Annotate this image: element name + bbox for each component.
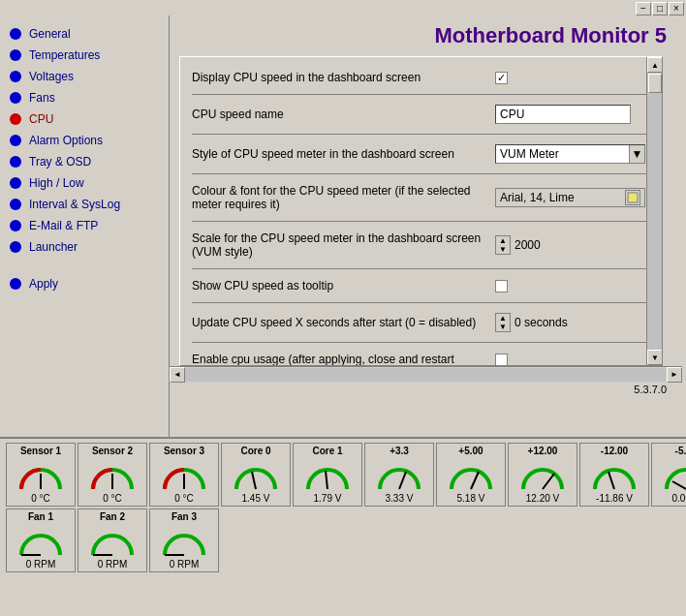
setting-row-scale: Scale for the CPU speed meter in the das… [192, 226, 650, 264]
sidebar-item-launcher[interactable]: Launcher [0, 236, 169, 258]
setting-row-enable-cpu-usage: Enable cpu usage (after applying, close … [192, 347, 650, 366]
sidebar-dot-interval-syslog [10, 199, 21, 210]
checkmark-display-cpu-speed: ✓ [497, 72, 506, 84]
fan-1-label: Fan 1 [28, 511, 53, 522]
sidebar-dot-fans [10, 92, 21, 104]
sidebar-item-voltages[interactable]: Voltages [0, 66, 169, 87]
setting-control-scale: ▲ ▼ 2000 [495, 235, 650, 255]
colour-picker-icon [627, 192, 639, 203]
voltage-neg12-label: -12.00 [601, 446, 628, 456]
spinner-update-delay-down[interactable]: ▼ [496, 323, 510, 331]
scroll-thumb-v[interactable] [648, 74, 662, 93]
title-bar: − □ × [0, 0, 686, 15]
apply-button[interactable]: Apply [0, 273, 169, 294]
setting-control-colour-font: Arial, 14, Lime [495, 188, 650, 207]
sensor-cell-1: Sensor 1 0 °C [6, 443, 76, 507]
sensor-2-temp: 0 °C [103, 493, 122, 504]
sidebar: General Temperatures Voltages Fans CPU A… [0, 15, 170, 437]
checkbox-show-tooltip[interactable] [495, 280, 508, 293]
sidebar-item-general[interactable]: General [0, 23, 169, 45]
sidebar-dot-apply [10, 278, 21, 290]
spinner-scale-up[interactable]: ▲ [496, 236, 510, 245]
divider-1 [192, 94, 650, 95]
sensor-2-gauge [85, 456, 140, 493]
setting-control-display-cpu-speed: ✓ [495, 72, 650, 84]
voltage-core0-label: Core 0 [240, 446, 270, 456]
fan-2-label: Fan 2 [100, 511, 125, 522]
sidebar-item-interval-syslog[interactable]: Interval & SysLog [0, 194, 169, 215]
sidebar-label-high-low: High / Low [29, 176, 84, 190]
scroll-left-button[interactable]: ◄ [170, 367, 185, 383]
scroll-down-button[interactable]: ▼ [647, 350, 663, 365]
sensor-1-label: Sensor 1 [20, 446, 61, 456]
voltage-12-label: +12.00 [528, 446, 558, 456]
sidebar-item-tray-osd[interactable]: Tray & OSD [0, 151, 169, 172]
dropdown-style-meter[interactable]: VUM Meter ▼ [495, 144, 645, 164]
setting-row-style-meter: Style of CPU speed meter in the dashboar… [192, 139, 650, 169]
sidebar-label-email-ftp: E-Mail & FTP [29, 219, 98, 232]
colour-font-control: Arial, 14, Lime [495, 188, 645, 207]
spinner-scale-btns: ▲ ▼ [495, 235, 511, 255]
checkbox-enable-cpu-usage[interactable] [495, 354, 508, 366]
scroll-track-h [185, 368, 667, 382]
setting-control-show-tooltip [495, 280, 650, 293]
sidebar-item-temperatures[interactable]: Temperatures [0, 45, 169, 66]
fan-2-gauge [85, 522, 140, 559]
minimize-button[interactable]: − [636, 2, 651, 15]
spinner-scale-down[interactable]: ▼ [496, 245, 510, 254]
sidebar-dot-email-ftp [10, 220, 21, 231]
sidebar-dot-general [10, 28, 21, 40]
settings-inner: Display CPU speed in the dashboard scree… [180, 57, 662, 366]
spinner-update-delay-btns: ▲ ▼ [495, 313, 511, 332]
input-cpu-speed-name[interactable] [495, 105, 631, 124]
divider-5 [192, 268, 650, 269]
sensor-top-section: Sensor 1 0 °C Sensor 2 [6, 443, 686, 507]
sensor-cell-3: Sensor 3 0 °C [149, 443, 219, 507]
sidebar-label-cpu: CPU [29, 112, 53, 126]
voltage-neg12-value: -11.86 V [596, 493, 633, 504]
sidebar-dot-voltages [10, 71, 21, 82]
checkbox-display-cpu-speed[interactable]: ✓ [495, 72, 508, 84]
voltage-cell-core1: Core 1 1.79 V [293, 443, 362, 507]
setting-control-enable-cpu-usage [495, 354, 650, 366]
sidebar-dot-temperatures [10, 49, 21, 61]
version-bar: 5.3.7.0 [170, 382, 686, 397]
sidebar-item-fans[interactable]: Fans [0, 87, 169, 108]
spinner-update-delay-value: 0 seconds [514, 316, 568, 329]
voltage-core1-label: Core 1 [312, 446, 342, 456]
main-panel: Motherboard Monitor 5 Display CPU speed … [170, 15, 686, 437]
content-area: General Temperatures Voltages Fans CPU A… [0, 15, 686, 437]
svg-line-10 [608, 472, 614, 489]
dropdown-style-meter-btn[interactable]: ▼ [629, 145, 644, 163]
restore-button[interactable]: □ [652, 2, 668, 15]
spinner-update-delay-up[interactable]: ▲ [496, 314, 510, 323]
sidebar-dot-tray-osd [10, 156, 21, 168]
sidebar-item-alarm-options[interactable]: Alarm Options [0, 130, 169, 151]
spinner-update-delay: ▲ ▼ 0 seconds [495, 313, 568, 332]
scroll-right-button[interactable]: ► [667, 367, 682, 383]
voltage-5-value: 5.18 V [457, 493, 485, 504]
setting-label-enable-cpu-usage: Enable cpu usage (after applying, close … [192, 353, 495, 366]
sidebar-item-cpu[interactable]: CPU [0, 108, 169, 130]
sensor-2-label: Sensor 2 [92, 446, 133, 456]
divider-3 [192, 173, 650, 174]
sensor-panel-inner: Sensor 1 0 °C Sensor 2 [0, 439, 686, 616]
fan-3-gauge [157, 522, 211, 559]
svg-rect-1 [629, 194, 637, 201]
setting-label-display-cpu-speed: Display CPU speed in the dashboard scree… [192, 71, 495, 84]
scroll-up-button[interactable]: ▲ [647, 57, 663, 73]
fan-cell-1: Fan 1 0 RPM [6, 508, 76, 572]
divider-4 [192, 221, 650, 222]
setting-label-style-meter: Style of CPU speed meter in the dashboar… [192, 147, 495, 161]
voltage-cell-core0: Core 0 1.45 V [221, 443, 291, 507]
voltage-cell-33: +3.3 3.33 V [364, 443, 434, 507]
sidebar-item-high-low[interactable]: High / Low [0, 172, 169, 194]
voltage-cell-12: +12.00 12.20 V [508, 443, 577, 507]
colour-font-btn[interactable] [625, 190, 640, 205]
close-button[interactable]: × [669, 2, 684, 15]
svg-line-9 [543, 474, 554, 489]
svg-line-7 [399, 472, 406, 489]
settings-scrollbar-horizontal: ◄ ► [170, 366, 682, 382]
voltage-neg5-value: 0.00 V [672, 493, 686, 504]
sidebar-item-email-ftp[interactable]: E-Mail & FTP [0, 215, 169, 236]
